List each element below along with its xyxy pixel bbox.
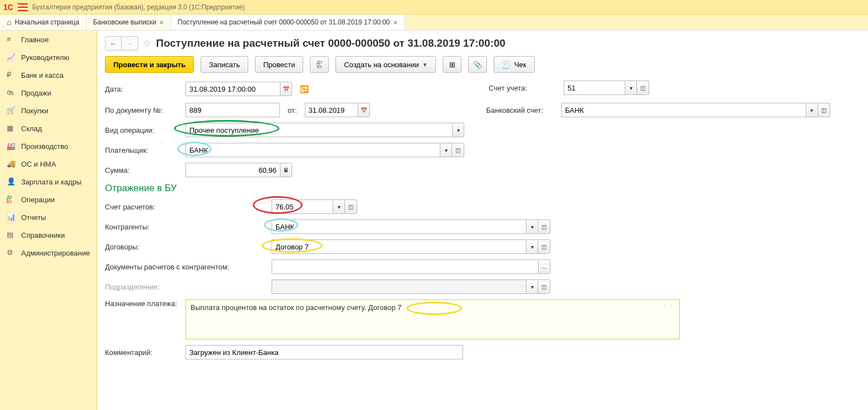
sidebar-item-label: Продажи <box>21 89 51 97</box>
chevron-down-icon[interactable]: ▾ <box>806 103 818 117</box>
open-icon[interactable]: ◫ <box>345 199 357 214</box>
refresh-icon[interactable]: 🔁 <box>298 81 311 97</box>
sum-field[interactable]: 🖩 <box>185 163 292 177</box>
chevron-down-icon[interactable]: ▾ <box>526 239 538 254</box>
docdate-input[interactable] <box>305 103 358 117</box>
contract-field[interactable]: ▾ ◫ <box>272 239 550 254</box>
sidebar-item-admin[interactable]: ⚙ Администрирование <box>0 244 97 262</box>
bank-account-field[interactable]: ▾ ◫ <box>561 103 830 117</box>
settlement-account-input[interactable] <box>272 199 333 214</box>
person-icon: 👤 <box>7 177 16 186</box>
close-icon[interactable]: × <box>393 18 398 27</box>
doc-title: Поступление на расчетный счет 0000-00005… <box>156 37 505 49</box>
label-department: Подразделение: <box>105 283 266 291</box>
gear-icon: ⚙ <box>7 248 16 257</box>
sidebar-item-label: Главное <box>21 36 49 44</box>
counterparty-input[interactable] <box>272 219 526 234</box>
sidebar-item-label: Операции <box>21 196 55 204</box>
attach-button[interactable]: 📎 <box>468 56 487 73</box>
nav-forward-button[interactable]: → <box>122 36 138 51</box>
sidebar-item-assets[interactable]: 🚚 ОС и НМА <box>0 155 97 173</box>
label-comment: Комментарий: <box>105 348 180 357</box>
chevron-down-icon[interactable]: ▾ <box>440 143 452 157</box>
sidebar-item-main[interactable]: ≡ Главное <box>0 31 97 48</box>
tab-label: Поступление на расчетный счет 0000-00005… <box>178 18 390 26</box>
date-input[interactable] <box>185 82 280 96</box>
account-input[interactable] <box>564 81 625 95</box>
sidebar-item-catalogs[interactable]: ▤ Справочники <box>0 226 97 244</box>
label-payer: Плательщик: <box>105 146 180 154</box>
sidebar-item-reports[interactable]: 📊 Отчеты <box>0 208 97 226</box>
op-type-field[interactable]: ▾ <box>185 123 464 137</box>
sidebar-item-label: Администрирование <box>21 249 90 257</box>
more-icon[interactable]: … <box>538 259 550 274</box>
bag-icon: 🛍 <box>7 88 16 97</box>
comment-input[interactable] <box>185 345 463 359</box>
sidebar-item-operations[interactable]: ДтКт Операции <box>0 191 97 208</box>
chevron-down-icon[interactable]: ▾ <box>333 199 345 214</box>
open-icon[interactable]: ◫ <box>538 279 550 294</box>
nav-back-button[interactable]: ← <box>105 36 122 51</box>
purpose-text: Выплата процентов на остаток по расчетно… <box>190 303 402 312</box>
structure-button[interactable]: ⊞ <box>443 56 461 73</box>
calculator-icon[interactable]: 🖩 <box>280 163 292 177</box>
save-button[interactable]: Записать <box>200 56 248 73</box>
sidebar-item-sales[interactable]: 🛍 Продажи <box>0 84 97 102</box>
calendar-icon[interactable]: 📅 <box>280 82 292 96</box>
open-icon[interactable]: ◫ <box>818 103 830 117</box>
calendar-icon[interactable]: 📅 <box>358 103 370 117</box>
sidebar-item-hr[interactable]: 👤 Зарплата и кадры <box>0 173 97 191</box>
chevron-down-icon[interactable]: ▾ <box>625 81 637 95</box>
op-type-input[interactable] <box>185 123 452 137</box>
post-button[interactable]: Провести <box>255 56 304 73</box>
bank-account-input[interactable] <box>561 103 806 117</box>
sidebar-item-purchases[interactable]: 🛒 Покупки <box>0 102 97 119</box>
chart-icon: 📈 <box>7 53 16 62</box>
open-icon[interactable]: ◫ <box>452 143 464 157</box>
tab-bank-statements[interactable]: Банковские выписки × <box>87 14 171 30</box>
favorite-icon[interactable]: ☆ <box>143 37 152 49</box>
chevron-down-icon[interactable]: ▾ <box>526 279 538 294</box>
tab-document[interactable]: Поступление на расчетный счет 0000-00005… <box>171 14 405 30</box>
sidebar-item-manager[interactable]: 📈 Руководителю <box>0 48 97 66</box>
home-icon: ⌂ <box>7 18 11 27</box>
settlement-docs-input[interactable] <box>272 259 538 274</box>
docnum-input[interactable] <box>185 103 280 117</box>
counterparty-field[interactable]: ▾ ◫ <box>272 219 550 234</box>
settlement-account-field[interactable]: ▾ ◫ <box>272 199 357 214</box>
receipt-button[interactable]: 🧾Чек <box>494 56 535 73</box>
sum-input[interactable] <box>185 163 280 177</box>
dtkt-icon: ДтКт <box>317 60 322 69</box>
create-based-button[interactable]: Создать на основании▼ <box>335 56 436 73</box>
sidebar-item-label: ОС и НМА <box>21 160 56 168</box>
sidebar-item-bank[interactable]: ₽ Банк и касса <box>0 66 97 84</box>
label-contract: Договоры: <box>105 243 266 251</box>
menu-icon[interactable] <box>18 3 28 11</box>
open-icon[interactable]: ◫ <box>637 81 649 95</box>
contract-input[interactable] <box>272 239 526 254</box>
sidebar-item-production[interactable]: 🏭 Производство <box>0 137 97 155</box>
tab-home[interactable]: ⌂ Начальная страница <box>0 14 87 30</box>
date-field[interactable]: 📅 <box>185 82 292 96</box>
chevron-down-icon[interactable]: ▾ <box>452 123 464 137</box>
open-icon[interactable]: ◫ <box>538 239 550 254</box>
label-from: от: <box>288 106 297 114</box>
post-and-close-button[interactable]: Провести и закрыть <box>105 56 194 73</box>
dtkt-button[interactable]: ДтКт <box>310 56 329 73</box>
doc-header: ← → ☆ Поступление на расчетный счет 0000… <box>97 31 868 54</box>
docdate-field[interactable]: 📅 <box>305 103 370 117</box>
department-field[interactable]: ▾ ◫ <box>272 279 550 294</box>
drag-handle-icon[interactable]: ⋮⋮ <box>663 303 674 309</box>
sidebar-item-warehouse[interactable]: ▦ Склад <box>0 119 97 137</box>
settlement-docs-field[interactable]: … <box>272 259 550 274</box>
purpose-field[interactable]: Выплата процентов на остаток по расчетно… <box>185 299 680 339</box>
chevron-down-icon[interactable]: ▾ <box>526 219 538 234</box>
sidebar-item-label: Отчеты <box>21 213 46 222</box>
close-icon[interactable]: × <box>159 18 164 27</box>
sidebar-item-label: Справочники <box>21 231 65 239</box>
account-field[interactable]: ▾ ◫ <box>564 81 649 95</box>
payer-input[interactable] <box>185 143 440 157</box>
open-icon[interactable]: ◫ <box>538 219 550 234</box>
factory-icon: 🏭 <box>7 142 16 151</box>
payer-field[interactable]: ▾ ◫ <box>185 143 464 157</box>
